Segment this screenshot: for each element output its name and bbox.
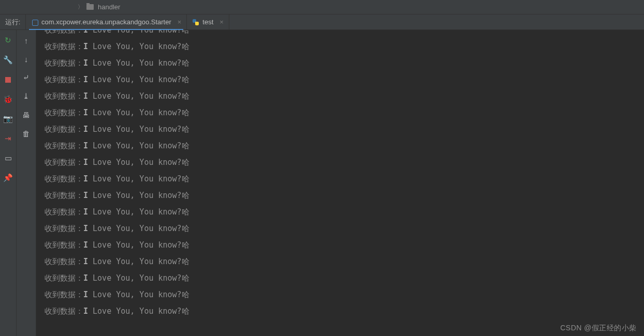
close-icon[interactable]: × bbox=[178, 18, 182, 26]
console-line: 收到数据：I Love You, You know?哈 bbox=[45, 220, 644, 237]
debug-bug-icon[interactable]: 🐞 bbox=[3, 94, 13, 104]
console-line: 收到数据：I Love You, You know?哈 bbox=[45, 88, 644, 104]
tab-label: test bbox=[202, 18, 213, 26]
run-panel-label: 运行: bbox=[0, 14, 26, 29]
console-line: 收到数据：I Love You, You know?哈 bbox=[45, 253, 644, 270]
soft-wrap-icon[interactable]: ⤶ bbox=[21, 72, 32, 83]
print-icon[interactable]: 🖶 bbox=[21, 110, 32, 120]
console-line: 收到数据：I Love You, You know?哈 bbox=[45, 38, 644, 55]
chevron-right-icon: 〉 bbox=[78, 3, 83, 11]
run-tab-bar: 运行: com.xcpower.eureka.unpackandgoo.Star… bbox=[0, 14, 644, 30]
camera-icon[interactable]: 📷 bbox=[3, 114, 13, 124]
console-line: 收到数据：I Love You, You know?哈 bbox=[45, 270, 644, 286]
tab-label: com.xcpower.eureka.unpackandgoo.Starter bbox=[41, 18, 171, 26]
trash-icon[interactable]: 🗑 bbox=[21, 128, 32, 139]
pin-icon[interactable]: 📌 bbox=[3, 173, 13, 183]
down-arrow-icon[interactable]: ↓ bbox=[21, 54, 32, 64]
wrench-icon[interactable]: 🔧 bbox=[3, 55, 13, 65]
stop-icon[interactable] bbox=[3, 74, 13, 85]
breadcrumb-folder[interactable]: handler bbox=[98, 3, 120, 11]
console-line: 收到数据：I Love You, You know?哈 bbox=[45, 154, 644, 171]
console-line: 收到数据：I Love You, You know?哈 bbox=[45, 286, 644, 303]
console-line: 收到数据：I Love You, You know?哈 bbox=[45, 204, 644, 220]
console-tool-gutter: ↑↓⤶⤓🖶🗑 bbox=[17, 30, 36, 336]
run-tab-1[interactable]: test× bbox=[187, 14, 229, 29]
console-line: 收到数据：I Love You, You know?哈 bbox=[45, 171, 644, 187]
console-line: 收到数据：I Love You, You know?哈 bbox=[45, 104, 644, 121]
console-line: 收到数据：I Love You, You know?哈 bbox=[45, 187, 644, 204]
rerun-icon[interactable]: ↻ bbox=[3, 35, 13, 45]
folder-icon bbox=[86, 4, 94, 10]
java-icon bbox=[31, 19, 38, 26]
left-tool-gutter: ↻🔧🐞📷⇥▭📌 bbox=[0, 30, 17, 336]
console-line: 收到数据：I Love You, You know?哈 bbox=[45, 30, 644, 38]
run-tab-0[interactable]: com.xcpower.eureka.unpackandgoo.Starter× bbox=[26, 14, 187, 29]
breadcrumb: 〉 handler bbox=[0, 0, 644, 14]
console-line: 收到数据：I Love You, You know?哈 bbox=[45, 71, 644, 88]
exit-icon[interactable]: ⇥ bbox=[3, 133, 13, 144]
console-output[interactable]: 收到数据：I Love You, You know?哈收到数据：I Love Y… bbox=[36, 30, 644, 336]
scroll-end-icon[interactable]: ⤓ bbox=[21, 91, 32, 101]
console-line: 收到数据：I Love You, You know?哈 bbox=[45, 237, 644, 253]
console-line: 收到数据：I Love You, You know?哈 bbox=[45, 121, 644, 138]
console-line: 收到数据：I Love You, You know?哈 bbox=[45, 55, 644, 71]
console-line: 收到数据：I Love You, You know?哈 bbox=[45, 138, 644, 154]
console-line: 收到数据：I Love You, You know?哈 bbox=[45, 303, 644, 319]
layout-icon[interactable]: ▭ bbox=[3, 153, 13, 163]
up-arrow-icon[interactable]: ↑ bbox=[21, 35, 32, 45]
watermark-text: CSDN @假正经的小柴 bbox=[560, 324, 637, 333]
close-icon[interactable]: × bbox=[219, 18, 224, 26]
python-icon bbox=[192, 19, 199, 26]
